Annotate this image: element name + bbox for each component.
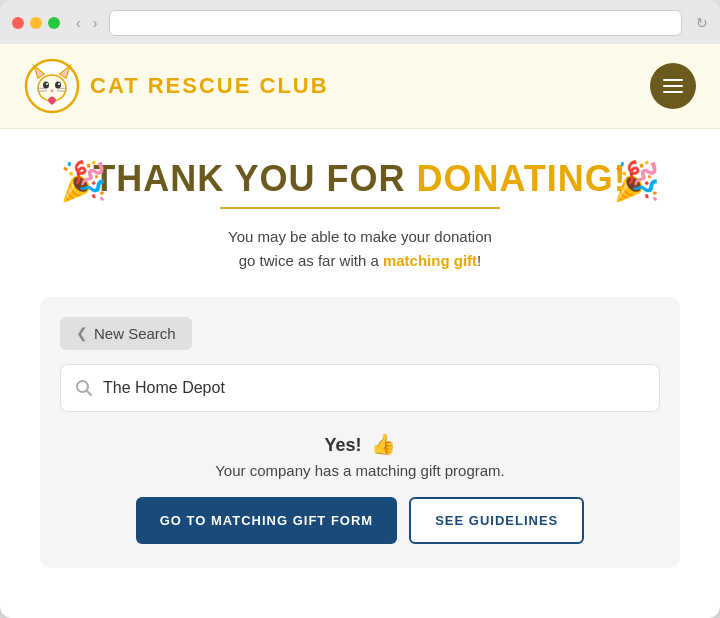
subtitle-part3: ! (477, 252, 481, 269)
see-guidelines-button[interactable]: SEE GUIDELINES (409, 497, 584, 544)
close-button-icon[interactable] (12, 17, 24, 29)
result-text: Your company has a matching gift program… (60, 462, 660, 479)
action-buttons: GO TO MATCHING GIFT FORM SEE GUIDELINES (60, 497, 660, 544)
thank-you-section: 🎉 🎉 THANK YOU FOR DONATING! You may be a… (40, 159, 680, 273)
subtitle-part1: You may be able to make your donation (228, 228, 492, 245)
confetti-left-icon: 🎉 (60, 159, 107, 203)
matching-gift-form-button[interactable]: GO TO MATCHING GIFT FORM (136, 497, 397, 544)
maximize-button-icon[interactable] (48, 17, 60, 29)
yes-label: Yes! (324, 435, 361, 455)
hamburger-button[interactable] (650, 63, 696, 109)
confetti-right-icon: 🎉 (613, 159, 660, 203)
result-section: Yes! 👍 Your company has a matching gift … (60, 432, 660, 544)
title-part2: DONATING! (417, 158, 627, 199)
back-button[interactable]: ‹ (72, 13, 85, 33)
yes-line: Yes! 👍 (60, 432, 660, 456)
refresh-button[interactable]: ↻ (696, 15, 708, 31)
logo-text: CAT RESCUE CLUB (90, 73, 329, 99)
logo-area: CAT RESCUE CLUB (24, 58, 329, 114)
traffic-lights (12, 17, 60, 29)
svg-line-16 (87, 390, 92, 395)
logo-icon (24, 58, 80, 114)
chevron-left-icon: ❮ (76, 325, 88, 341)
logo-club: CLUB (260, 73, 329, 98)
browser-chrome: ‹ › ↻ (0, 0, 720, 44)
svg-point-8 (46, 83, 48, 85)
company-search-input[interactable] (103, 379, 645, 397)
subtitle-text: You may be able to make your donation go… (40, 225, 680, 273)
title-part1: THANK YOU FOR (93, 158, 416, 199)
address-bar[interactable] (109, 10, 682, 36)
new-search-label: New Search (94, 325, 176, 342)
search-icon (75, 379, 93, 397)
logo-cat: CAT (90, 73, 148, 98)
svg-point-9 (58, 83, 60, 85)
logo-rescue: RESCUE (148, 73, 260, 98)
search-widget: ❮ New Search Yes! 👍 Your company has a m… (40, 297, 680, 568)
nav-buttons: ‹ › (72, 13, 101, 33)
forward-button[interactable]: › (89, 13, 102, 33)
minimize-button-icon[interactable] (30, 17, 42, 29)
new-search-button[interactable]: ❮ New Search (60, 317, 192, 350)
matching-gift-link[interactable]: matching gift (383, 252, 477, 269)
svg-point-7 (55, 82, 61, 89)
thumbs-up-icon: 👍 (371, 433, 396, 455)
main-content: 🎉 🎉 THANK YOU FOR DONATING! You may be a… (0, 129, 720, 608)
title-underline (220, 207, 500, 209)
hamburger-line-1 (663, 79, 683, 81)
site-header: CAT RESCUE CLUB (0, 44, 720, 129)
hamburger-line-3 (663, 91, 683, 93)
hamburger-line-2 (663, 85, 683, 87)
search-input-wrapper (60, 364, 660, 412)
subtitle-part2: go twice as far with a (239, 252, 383, 269)
svg-point-6 (43, 82, 49, 89)
browser-window: ‹ › ↻ (0, 0, 720, 618)
thank-you-title: THANK YOU FOR DONATING! (40, 159, 680, 199)
